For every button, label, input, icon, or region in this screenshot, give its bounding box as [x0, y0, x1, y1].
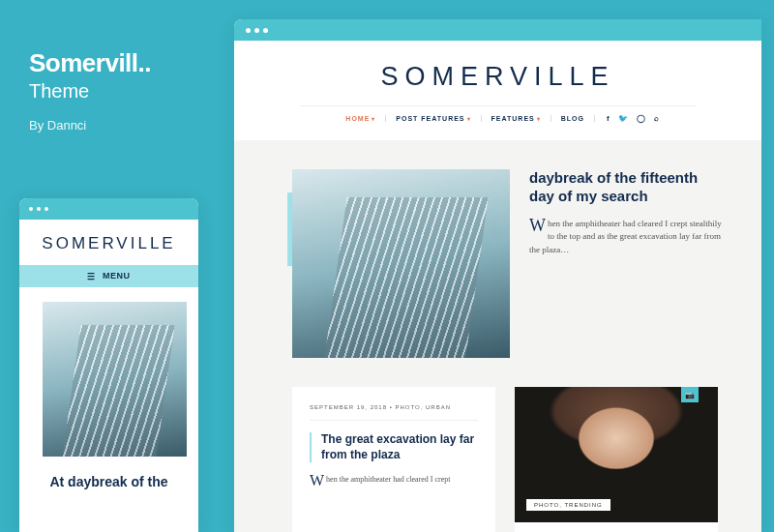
window-dot [263, 28, 268, 33]
chevron-down-icon: ▾ [467, 116, 471, 122]
post-meta: SEPTEMBER 19, 2018 • PHOTO, URBAN [310, 404, 478, 421]
dropcap: W [529, 218, 546, 233]
mobile-post-image [43, 302, 187, 457]
facebook-icon[interactable]: f [607, 114, 610, 123]
window-dot [29, 207, 33, 211]
desktop-logo[interactable]: SOMERVILLE [300, 62, 696, 106]
search-icon[interactable]: ⌕ [654, 114, 660, 123]
desktop-window-header [234, 19, 761, 41]
chevron-down-icon: ▾ [537, 116, 541, 122]
twitter-icon[interactable]: 🐦 [618, 114, 629, 123]
mobile-menu-button[interactable]: ☰ MENU [19, 265, 198, 287]
post-title-wrap: Down the hill I saw her head [515, 522, 718, 532]
latest-posts-row: LATEST POSTS SEPTEMBER 19, 2018 • PHOTO,… [292, 387, 723, 532]
hero-post[interactable]: FEATURED daybreak of the fifteenth day o… [292, 169, 723, 358]
main-navigation: HOME▾ POST FEATURES▾ FEATURES▾ BLOG f 🐦 … [234, 106, 761, 140]
mobile-post-title[interactable]: At daybreak of the [19, 474, 198, 489]
window-dot [37, 207, 41, 211]
post-card[interactable]: 📷 PHOTO, TRENDING Down the hill I saw he… [515, 387, 718, 532]
hero-text: daybreak of the fifteenth day of my sear… [529, 169, 723, 358]
mobile-logo[interactable]: SOMERVILLE [19, 220, 198, 265]
social-icons: f 🐦 ◯ ⌕ [595, 114, 660, 123]
hero-excerpt: When the amphitheater had cleared I crep… [529, 218, 723, 257]
post-card[interactable]: SEPTEMBER 19, 2018 • PHOTO, URBAN The gr… [292, 387, 495, 532]
chevron-down-icon: ▾ [372, 116, 375, 122]
theme-info-panel: Somervill.. Theme By Dannci [29, 48, 203, 133]
mobile-menu-label: MENU [103, 271, 131, 281]
nav-post-features[interactable]: POST FEATURES▾ [386, 115, 481, 122]
camera-icon: 📷 [681, 387, 699, 402]
post-excerpt: When the amphitheater had cleared I crep… [310, 474, 478, 486]
nav-blog[interactable]: BLOG [551, 115, 595, 122]
post-image: 📷 PHOTO, TRENDING [515, 387, 718, 522]
nav-home[interactable]: HOME▾ [336, 115, 386, 122]
desktop-header-area: SOMERVILLE HOME▾ POST FEATURES▾ FEATURES… [234, 41, 761, 140]
theme-title: Somervill.. [29, 48, 203, 78]
desktop-preview: SOMERVILLE HOME▾ POST FEATURES▾ FEATURES… [234, 19, 761, 532]
hero-title[interactable]: daybreak of the fifteenth day of my sear… [529, 169, 723, 206]
window-dot [246, 28, 251, 33]
theme-subtitle: Theme [29, 80, 203, 103]
window-dot [254, 28, 259, 33]
post-meta: PHOTO, TRENDING [526, 499, 610, 511]
hamburger-icon: ☰ [87, 272, 96, 281]
dropcap: W [310, 474, 324, 488]
mobile-content: SOMERVILLE ☰ MENU FEATURED At daybreak o… [19, 220, 198, 489]
mobile-window-header [19, 198, 198, 220]
hero-image [292, 169, 510, 358]
theme-author: By Dannci [29, 118, 203, 133]
post-title[interactable]: The great excavation lay far from the pl… [310, 432, 478, 462]
mobile-preview: SOMERVILLE ☰ MENU FEATURED At daybreak o… [19, 198, 198, 532]
nav-features[interactable]: FEATURES▾ [482, 115, 551, 122]
mobile-post-card[interactable]: FEATURED [43, 302, 187, 457]
desktop-body: FEATURED daybreak of the fifteenth day o… [234, 140, 761, 532]
window-dot [45, 207, 48, 211]
instagram-icon[interactable]: ◯ [637, 114, 646, 123]
